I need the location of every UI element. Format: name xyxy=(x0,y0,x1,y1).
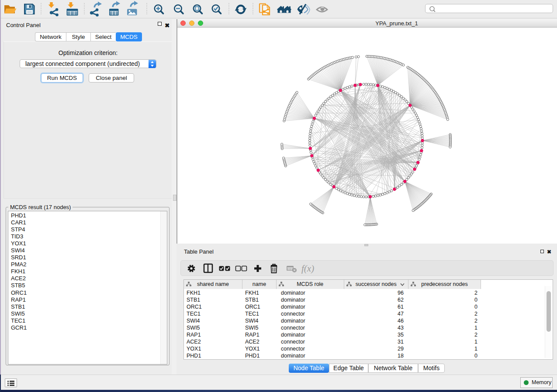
svg-text:f(x): f(x) xyxy=(301,263,314,274)
